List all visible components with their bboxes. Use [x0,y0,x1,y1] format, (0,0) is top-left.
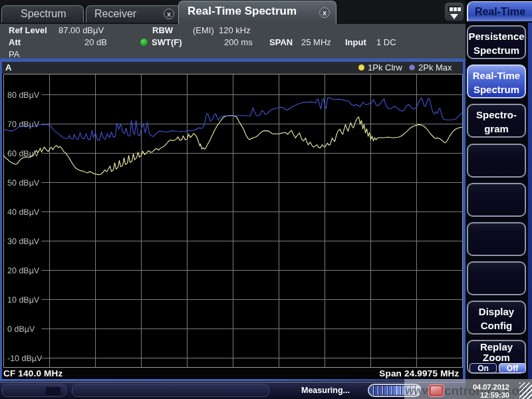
svg-text:10 dBµV: 10 dBµV [7,295,40,305]
svg-text:0 dBµV: 0 dBµV [7,325,35,334]
svg-text:50 dBµV: 50 dBµV [7,178,40,188]
svg-text:80 dBµV: 80 dBµV [7,90,40,100]
svg-text:20 dBµV: 20 dBµV [7,266,40,275]
svg-text:30 dBµV: 30 dBµV [7,237,40,246]
svg-text:40 dBµV: 40 dBµV [7,207,40,217]
svg-text:-10 dBµV: -10 dBµV [7,354,43,363]
svg-text:60 dBµV: 60 dBµV [7,149,40,158]
svg-text:70 dBµV: 70 dBµV [7,120,40,129]
